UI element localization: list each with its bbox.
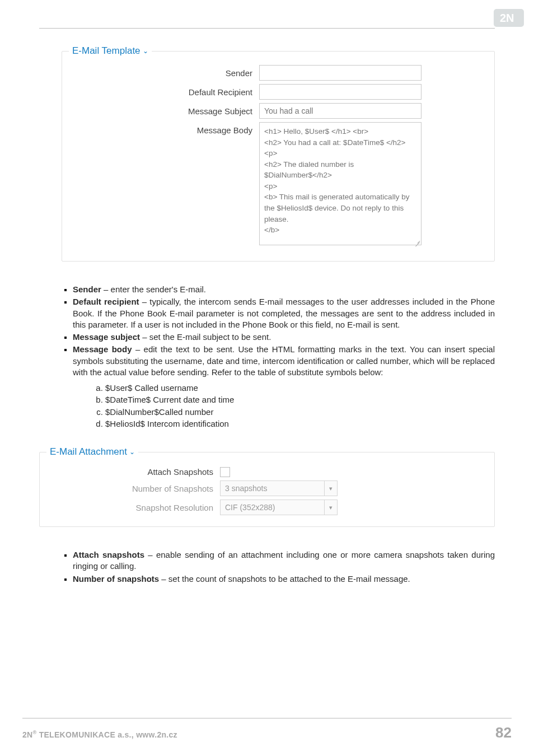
message-subject-input[interactable] xyxy=(259,103,421,119)
chevron-down-icon: ⌄ xyxy=(143,47,148,55)
sub-heliosid: $HeliosId$ Intercom identification xyxy=(105,418,495,430)
select-value: CIF (352x288) xyxy=(221,503,324,512)
header-divider xyxy=(39,28,495,29)
label-number-of-snapshots: Number of Snapshots xyxy=(45,480,220,493)
desc: – edit the text to be sent. Use the HTML… xyxy=(73,344,495,377)
content-block-1: Sender – enter the sender's E-mail. Defa… xyxy=(39,284,495,430)
svg-text:2N: 2N xyxy=(500,12,514,24)
figure-email-template: E-Mail Template ⌄ Sender Default Recipie… xyxy=(62,51,495,262)
sub-dialnumber: $DialNumber$Called number xyxy=(105,407,495,418)
bullet-default-recipient: Default recipient – typically, the inter… xyxy=(73,296,495,330)
term: Number of snapshots xyxy=(73,574,159,584)
desc: – set the E-mail subject to be sent. xyxy=(140,332,271,342)
desc: – set the count of snapshots to be attac… xyxy=(159,574,410,584)
chevron-down-icon: ▾ xyxy=(324,500,337,515)
label-default-recipient: Default Recipient xyxy=(68,84,259,97)
content-block-2: Attach snapshots – enable sending of an … xyxy=(39,549,495,585)
term: Message body xyxy=(73,344,132,354)
page-number: 82 xyxy=(495,724,512,741)
chevron-down-icon: ⌄ xyxy=(129,448,135,456)
message-body-textarea[interactable] xyxy=(259,122,421,245)
bullet-message-subject: Message subject – set the E-mail subject… xyxy=(73,332,495,343)
bullet-number-of-snapshots: Number of snapshots – set the count of s… xyxy=(73,573,495,585)
label-sender: Sender xyxy=(68,65,259,78)
number-of-snapshots-select[interactable]: 3 snapshots ▾ xyxy=(220,480,338,496)
figure-email-attachment-legend: E-Mail Attachment ⌄ xyxy=(46,446,138,458)
page-footer: 2N® TELEKOMUNIKACE a.s., www.2n.cz 82 xyxy=(22,718,512,741)
attach-snapshots-checkbox[interactable] xyxy=(220,467,230,477)
figure-email-template-legend: E-Mail Template ⌄ xyxy=(69,45,152,57)
legend-text: E-Mail Template xyxy=(72,45,140,57)
snapshot-resolution-select[interactable]: CIF (352x288) ▾ xyxy=(220,500,338,515)
bullet-sender: Sender – enter the sender's E-mail. xyxy=(73,284,495,295)
legend-text: E-Mail Attachment xyxy=(50,446,127,458)
label-message-subject: Message Subject xyxy=(68,103,259,116)
bullet-message-body: Message body – edit the text to be sent.… xyxy=(73,344,495,378)
chevron-down-icon: ▾ xyxy=(324,481,337,496)
term: Attach snapshots xyxy=(73,550,144,559)
bullet-attach-snapshots: Attach snapshots – enable sending of an … xyxy=(73,549,495,572)
term: Message subject xyxy=(73,332,140,342)
default-recipient-input[interactable] xyxy=(259,84,421,100)
figure-email-attachment: E-Mail Attachment ⌄ Attach Snapshots Num… xyxy=(39,452,495,527)
select-value: 3 snapshots xyxy=(221,484,324,493)
term: Sender xyxy=(73,284,101,294)
sub-datetime: $DateTime$ Current date and time xyxy=(105,394,495,405)
term: Default recipient xyxy=(73,297,139,306)
label-message-body: Message Body xyxy=(68,122,259,135)
label-attach-snapshots: Attach Snapshots xyxy=(45,464,220,477)
label-snapshot-resolution: Snapshot Resolution xyxy=(45,500,220,512)
substitute-symbols-list: $User$ Called username $DateTime$ Curren… xyxy=(39,382,495,430)
sender-input[interactable] xyxy=(259,65,421,81)
sub-user: $User$ Called username xyxy=(105,382,495,394)
footer-company: 2N® TELEKOMUNIKACE a.s., www.2n.cz xyxy=(22,730,177,739)
brand-logo: 2N xyxy=(494,9,524,27)
desc: – enter the sender's E-mail. xyxy=(101,284,206,294)
